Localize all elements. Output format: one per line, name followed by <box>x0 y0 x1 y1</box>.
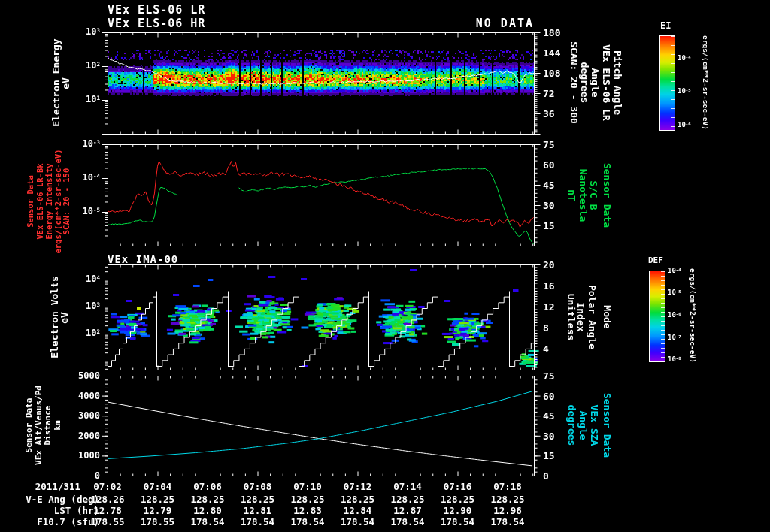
p4-rtick-60: 60 <box>543 391 555 401</box>
p1-rtick-144: 144 <box>543 48 560 58</box>
p2-left-label-sensor-data: Sensor Data <box>26 175 35 228</box>
p4-rtick-75: 75 <box>543 371 555 381</box>
p3-ytick-10e3: 103 <box>86 301 100 310</box>
p1-rtick-180: 180 <box>543 28 560 38</box>
ei-colorbar-title: EI <box>660 21 671 30</box>
time-tick-07:18: 07:18 <box>485 482 530 492</box>
p3-rtick-12: 12 <box>543 302 555 312</box>
time-tick-07:14: 07:14 <box>385 482 430 492</box>
p3-rtick-16: 16 <box>543 281 555 291</box>
table-cell-1-7: 12.90 <box>435 506 480 516</box>
p4-rtick-15: 15 <box>543 451 555 461</box>
p2-rtick-75: 75 <box>543 140 555 150</box>
ei-cbtick-10e-5: 10-5 <box>678 88 691 95</box>
table-cell-0-4: 128.25 <box>285 495 330 505</box>
p2-right-label-sensor-data: Sensor Data <box>602 163 612 228</box>
p4-left-label-km: km <box>53 420 62 430</box>
def-cbtick-10e-4: 10-4 <box>668 268 681 274</box>
ei-colorbar-ticks <box>671 36 675 130</box>
table-cell-2-3: 178.54 <box>235 518 280 527</box>
p2-ytick-10e-4: 10-4 <box>83 173 100 182</box>
p4-rtick-0: 0 <box>543 471 549 481</box>
p1-right-label-degrees: degrees <box>580 62 590 104</box>
table-cell-1-3: 12.81 <box>235 506 280 516</box>
table-cell-1-4: 12.83 <box>285 506 330 516</box>
p2-right-label-nanotesla: Nanotesla <box>578 169 588 222</box>
no-data-label: NO DATA <box>476 18 534 29</box>
panel1-title-lr: VEx ELS-06 LR <box>108 5 205 16</box>
table-cell-2-0: 178.55 <box>85 518 130 527</box>
p2-ytick-10e-3: 10-3 <box>83 139 100 148</box>
p4-ytick-1000: 1000 <box>78 451 100 460</box>
p1-rtick-108: 108 <box>543 68 560 78</box>
table-cell-1-2: 12.80 <box>185 506 230 516</box>
p1-ytick-10e1: 101 <box>86 95 100 104</box>
table-cell-1-6: 12.87 <box>385 506 430 516</box>
table-cell-2-8: 178.54 <box>485 518 530 527</box>
table-cell-2-6: 178.54 <box>385 518 430 527</box>
p4-left-label-alt: VEx Alt/Venus/Pd <box>35 385 43 465</box>
p3-ytick-10e2: 102 <box>86 328 100 337</box>
p3-rtick-20: 20 <box>543 260 555 270</box>
p3-ytick-10e4: 104 <box>86 274 100 283</box>
plot-screen: VEx ELS-06 LR VEx ELS-06 HR NO DATA VEx … <box>0 0 770 532</box>
table-cell-0-3: 128.25 <box>235 495 280 505</box>
time-tick-07:08: 07:08 <box>235 482 280 492</box>
panel1-title-hr: VEx ELS-06 HR <box>108 18 205 29</box>
table-cell-2-2: 178.54 <box>185 518 230 527</box>
p1-right-label-instrument: VEx ELS-06 LR <box>602 44 611 121</box>
p2-right-label-scb: S/C B <box>589 180 599 210</box>
p2-ytick-10e-5: 10-5 <box>83 207 100 216</box>
table-cell-0-7: 128.25 <box>435 495 480 505</box>
time-tick-07:06: 07:06 <box>185 482 230 492</box>
time-tick-07:10: 07:10 <box>285 482 330 492</box>
panel3-title: VEx IMA-00 <box>108 254 178 264</box>
def-colorbar-title: DEF <box>648 256 663 264</box>
p4-ytick-0: 0 <box>95 471 100 480</box>
table-cell-1-1: 12.79 <box>135 506 180 516</box>
p1-rtick-36: 36 <box>543 109 555 119</box>
table-cell-0-1: 128.25 <box>135 495 180 505</box>
table-cell-2-5: 178.54 <box>335 518 380 527</box>
time-tick-07:02: 07:02 <box>85 482 130 492</box>
p2-rtick-30: 30 <box>543 201 555 210</box>
p4-ytick-5000: 5000 <box>78 371 100 380</box>
table-cell-2-4: 178.54 <box>285 518 330 527</box>
p4-ytick-3000: 3000 <box>78 411 100 420</box>
table-cell-0-8: 128.25 <box>485 495 530 505</box>
p3-right-label-polar-angle: Polar Angle <box>587 285 597 349</box>
p4-ytick-2000: 2000 <box>78 431 100 440</box>
p4-left-label-distance: Distance <box>44 406 52 446</box>
ei-colorbar <box>659 35 675 131</box>
p4-right-label-angle: Angle <box>578 410 588 440</box>
table-cell-1-8: 12.96 <box>485 506 530 516</box>
def-cbtick-10e-5: 10-5 <box>668 289 681 296</box>
p3-right-label-index: Index <box>576 302 586 331</box>
def-cbtick-10e-6: 10-6 <box>668 312 681 319</box>
p2-rtick-60: 60 <box>543 160 555 170</box>
p1-y-axis-unit: eV <box>61 77 71 89</box>
ei-cbtick-10e-4: 10-4 <box>678 55 691 62</box>
p1-rtick-72: 72 <box>543 89 555 98</box>
p2-left-label-energy-intensity: Energy Intensity <box>45 163 53 239</box>
time-tick-07:16: 07:16 <box>435 482 480 492</box>
table-cell-0-0: 128.26 <box>85 495 130 505</box>
time-tick-07:12: 07:12 <box>335 482 380 492</box>
p2-left-label-instrument: VEx ELS-06 LR-Bk <box>36 163 44 239</box>
table-cell-0-6: 128.25 <box>385 495 430 505</box>
time-tick-07:04: 07:04 <box>135 482 180 492</box>
p1-ytick-10e2: 102 <box>86 61 100 70</box>
table-cell-1-5: 12.84 <box>335 506 380 516</box>
p3-rtick-8: 8 <box>543 323 549 333</box>
p4-right-label-sensor-data: Sensor Data <box>602 393 612 458</box>
def-colorbar-ticks <box>661 271 665 361</box>
table-cell-0-5: 128.25 <box>335 495 380 505</box>
p3-rtick-4: 4 <box>543 344 549 354</box>
plot-canvas <box>0 0 770 532</box>
def-cbtick-10e-8: 10-8 <box>668 356 681 363</box>
p2-right-label-nt: nT <box>567 189 577 201</box>
date-label: 2011/311 <box>35 482 80 492</box>
p4-right-label-degrees: degrees <box>567 405 577 446</box>
p2-rtick-15: 15 <box>543 221 555 231</box>
table-cell-0-2: 128.25 <box>185 495 230 505</box>
